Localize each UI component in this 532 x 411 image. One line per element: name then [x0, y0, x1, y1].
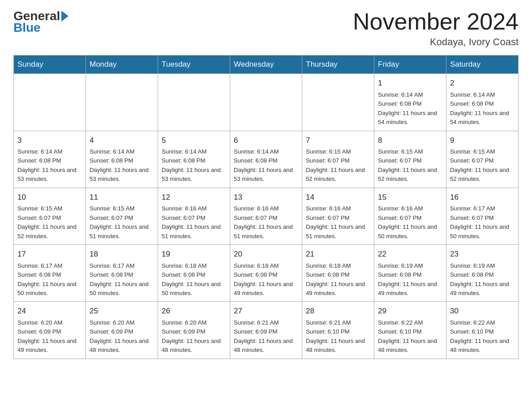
- calendar-day-cell: 28Sunrise: 6:21 AM Sunset: 6:10 PM Dayli…: [302, 302, 374, 359]
- calendar-week-row: 3Sunrise: 6:14 AM Sunset: 6:08 PM Daylig…: [14, 131, 519, 188]
- calendar-day-cell: [14, 74, 86, 131]
- day-of-week-header: Sunday: [14, 56, 86, 74]
- day-number: 20: [234, 248, 298, 260]
- calendar-day-cell: 10Sunrise: 6:15 AM Sunset: 6:07 PM Dayli…: [14, 188, 86, 244]
- calendar-day-cell: 8Sunrise: 6:15 AM Sunset: 6:07 PM Daylig…: [374, 131, 446, 188]
- day-info: Sunrise: 6:14 AM Sunset: 6:08 PM Dayligh…: [162, 147, 226, 184]
- day-info: Sunrise: 6:16 AM Sunset: 6:07 PM Dayligh…: [306, 204, 370, 241]
- day-of-week-header: Friday: [374, 56, 446, 74]
- calendar-day-cell: 9Sunrise: 6:15 AM Sunset: 6:07 PM Daylig…: [446, 131, 519, 188]
- day-number: 16: [450, 192, 515, 203]
- day-info: Sunrise: 6:14 AM Sunset: 6:08 PM Dayligh…: [378, 90, 442, 127]
- day-info: Sunrise: 6:15 AM Sunset: 6:07 PM Dayligh…: [90, 204, 154, 241]
- calendar-day-cell: 19Sunrise: 6:18 AM Sunset: 6:08 PM Dayli…: [158, 245, 230, 302]
- calendar-day-cell: 16Sunrise: 6:17 AM Sunset: 6:07 PM Dayli…: [446, 188, 519, 244]
- calendar-day-cell: 1Sunrise: 6:14 AM Sunset: 6:08 PM Daylig…: [374, 74, 446, 131]
- day-info: Sunrise: 6:20 AM Sunset: 6:09 PM Dayligh…: [162, 318, 226, 355]
- day-number: 25: [90, 305, 154, 317]
- day-info: Sunrise: 6:15 AM Sunset: 6:07 PM Dayligh…: [378, 147, 442, 184]
- day-info: Sunrise: 6:15 AM Sunset: 6:07 PM Dayligh…: [306, 147, 370, 184]
- day-info: Sunrise: 6:14 AM Sunset: 6:08 PM Dayligh…: [17, 147, 82, 184]
- day-number: 14: [306, 192, 370, 203]
- calendar-day-cell: 13Sunrise: 6:16 AM Sunset: 6:07 PM Dayli…: [230, 188, 302, 244]
- calendar-header-row: SundayMondayTuesdayWednesdayThursdayFrid…: [14, 56, 519, 74]
- day-number: 15: [378, 192, 442, 203]
- day-info: Sunrise: 6:17 AM Sunset: 6:08 PM Dayligh…: [17, 261, 82, 298]
- day-number: 11: [90, 192, 154, 203]
- day-number: 19: [162, 248, 226, 260]
- calendar-day-cell: 25Sunrise: 6:20 AM Sunset: 6:09 PM Dayli…: [86, 302, 158, 359]
- day-number: 9: [450, 135, 515, 146]
- calendar-day-cell: 20Sunrise: 6:18 AM Sunset: 6:08 PM Dayli…: [230, 245, 302, 302]
- day-number: 2: [450, 77, 515, 89]
- day-number: 26: [162, 305, 226, 317]
- month-title: November 2024: [353, 9, 519, 34]
- day-number: 1: [378, 77, 442, 89]
- calendar-day-cell: [302, 74, 374, 131]
- day-number: 28: [306, 305, 370, 317]
- day-info: Sunrise: 6:18 AM Sunset: 6:08 PM Dayligh…: [162, 261, 226, 298]
- day-number: 22: [378, 248, 442, 260]
- calendar-day-cell: 26Sunrise: 6:20 AM Sunset: 6:09 PM Dayli…: [158, 302, 230, 359]
- calendar-title-area: November 2024 Kodaya, Ivory Coast: [353, 9, 519, 48]
- day-number: 21: [306, 248, 370, 260]
- day-number: 7: [306, 135, 370, 146]
- day-number: 12: [162, 192, 226, 203]
- calendar-day-cell: [158, 74, 230, 131]
- day-number: 10: [17, 192, 82, 203]
- calendar-day-cell: 11Sunrise: 6:15 AM Sunset: 6:07 PM Dayli…: [86, 188, 158, 244]
- day-number: 17: [17, 248, 82, 260]
- calendar-day-cell: 22Sunrise: 6:19 AM Sunset: 6:08 PM Dayli…: [374, 245, 446, 302]
- day-of-week-header: Saturday: [446, 56, 519, 74]
- calendar-day-cell: [86, 74, 158, 131]
- day-of-week-header: Tuesday: [158, 56, 230, 74]
- day-of-week-header: Thursday: [302, 56, 374, 74]
- day-info: Sunrise: 6:19 AM Sunset: 6:08 PM Dayligh…: [450, 261, 515, 298]
- day-number: 8: [378, 135, 442, 146]
- day-info: Sunrise: 6:14 AM Sunset: 6:08 PM Dayligh…: [450, 90, 515, 127]
- day-number: 13: [234, 192, 298, 203]
- calendar-day-cell: 21Sunrise: 6:18 AM Sunset: 6:08 PM Dayli…: [302, 245, 374, 302]
- calendar-day-cell: 17Sunrise: 6:17 AM Sunset: 6:08 PM Dayli…: [14, 245, 86, 302]
- day-number: 23: [450, 248, 515, 260]
- day-number: 6: [234, 135, 298, 146]
- calendar-day-cell: 15Sunrise: 6:16 AM Sunset: 6:07 PM Dayli…: [374, 188, 446, 244]
- calendar-week-row: 17Sunrise: 6:17 AM Sunset: 6:08 PM Dayli…: [14, 245, 519, 302]
- calendar-day-cell: 14Sunrise: 6:16 AM Sunset: 6:07 PM Dayli…: [302, 188, 374, 244]
- logo: General Blue: [13, 9, 69, 35]
- day-info: Sunrise: 6:18 AM Sunset: 6:08 PM Dayligh…: [306, 261, 370, 298]
- calendar-day-cell: [230, 74, 302, 131]
- calendar-day-cell: 12Sunrise: 6:16 AM Sunset: 6:07 PM Dayli…: [158, 188, 230, 244]
- calendar-day-cell: 2Sunrise: 6:14 AM Sunset: 6:08 PM Daylig…: [446, 74, 519, 131]
- calendar-day-cell: 27Sunrise: 6:21 AM Sunset: 6:09 PM Dayli…: [230, 302, 302, 359]
- day-of-week-header: Monday: [86, 56, 158, 74]
- calendar-day-cell: 18Sunrise: 6:17 AM Sunset: 6:08 PM Dayli…: [86, 245, 158, 302]
- day-info: Sunrise: 6:22 AM Sunset: 6:10 PM Dayligh…: [378, 318, 442, 355]
- day-number: 27: [234, 305, 298, 317]
- day-info: Sunrise: 6:14 AM Sunset: 6:08 PM Dayligh…: [90, 147, 154, 184]
- day-info: Sunrise: 6:20 AM Sunset: 6:09 PM Dayligh…: [90, 318, 154, 355]
- logo-arrow-icon: [61, 11, 69, 21]
- day-info: Sunrise: 6:20 AM Sunset: 6:09 PM Dayligh…: [17, 318, 82, 355]
- day-number: 4: [90, 135, 154, 146]
- day-number: 5: [162, 135, 226, 146]
- day-info: Sunrise: 6:21 AM Sunset: 6:09 PM Dayligh…: [234, 318, 298, 355]
- day-info: Sunrise: 6:15 AM Sunset: 6:07 PM Dayligh…: [17, 204, 82, 241]
- calendar-week-row: 10Sunrise: 6:15 AM Sunset: 6:07 PM Dayli…: [14, 188, 519, 244]
- calendar-week-row: 1Sunrise: 6:14 AM Sunset: 6:08 PM Daylig…: [14, 74, 519, 131]
- day-info: Sunrise: 6:22 AM Sunset: 6:10 PM Dayligh…: [450, 318, 515, 355]
- day-info: Sunrise: 6:16 AM Sunset: 6:07 PM Dayligh…: [234, 204, 298, 241]
- calendar-day-cell: 3Sunrise: 6:14 AM Sunset: 6:08 PM Daylig…: [14, 131, 86, 188]
- calendar-day-cell: 24Sunrise: 6:20 AM Sunset: 6:09 PM Dayli…: [14, 302, 86, 359]
- day-info: Sunrise: 6:18 AM Sunset: 6:08 PM Dayligh…: [234, 261, 298, 298]
- calendar-day-cell: 7Sunrise: 6:15 AM Sunset: 6:07 PM Daylig…: [302, 131, 374, 188]
- day-info: Sunrise: 6:19 AM Sunset: 6:08 PM Dayligh…: [378, 261, 442, 298]
- day-number: 29: [378, 305, 442, 317]
- day-of-week-header: Wednesday: [230, 56, 302, 74]
- day-info: Sunrise: 6:21 AM Sunset: 6:10 PM Dayligh…: [306, 318, 370, 355]
- day-info: Sunrise: 6:17 AM Sunset: 6:08 PM Dayligh…: [90, 261, 154, 298]
- day-info: Sunrise: 6:17 AM Sunset: 6:07 PM Dayligh…: [450, 204, 515, 241]
- calendar-day-cell: 29Sunrise: 6:22 AM Sunset: 6:10 PM Dayli…: [374, 302, 446, 359]
- day-number: 24: [17, 305, 82, 317]
- day-number: 18: [90, 248, 154, 260]
